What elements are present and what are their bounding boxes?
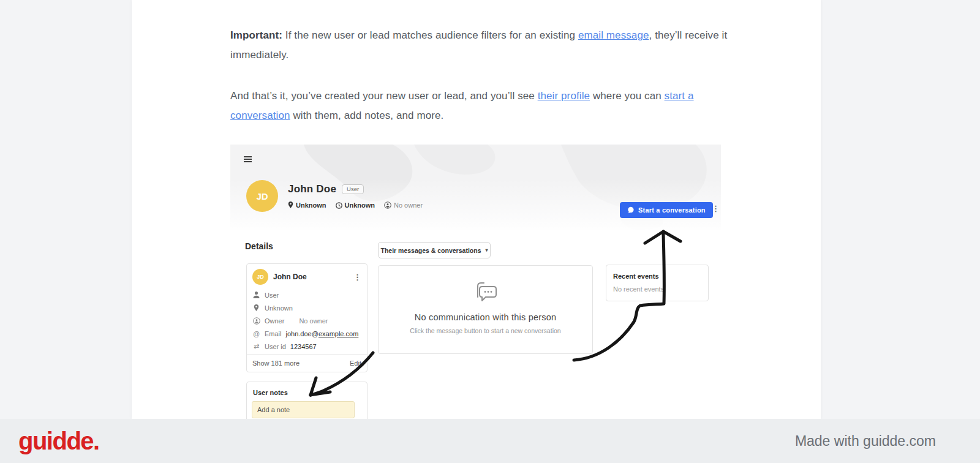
location-pin-icon xyxy=(288,201,293,209)
user-notes-card: User notes xyxy=(246,382,368,419)
no-communication-title: No communication with this person xyxy=(379,312,592,322)
paragraph2-text-b: where you can xyxy=(590,90,665,102)
owner-meta: No owner xyxy=(384,201,423,209)
paragraph2-text-a: And that’s it, you’ve created your new u… xyxy=(230,90,538,102)
show-more-button[interactable]: Show 181 more xyxy=(252,359,300,367)
profile-name-row: John Doe User xyxy=(288,183,364,195)
detail-card-avatar: JD xyxy=(252,269,268,285)
email-value[interactable]: john.doe@example.com xyxy=(286,330,359,337)
footer: guidde. Made with guidde.com xyxy=(0,419,980,463)
owner-icon xyxy=(253,317,260,325)
chat-bubble-icon xyxy=(627,206,635,214)
email-message-link[interactable]: email message xyxy=(578,29,649,41)
avatar-initials: JD xyxy=(256,191,268,201)
guidde-logo[interactable]: guidde. xyxy=(18,427,99,455)
profile-meta-row: Unknown Unknown No owner xyxy=(288,201,423,209)
recent-events-title: Recent events xyxy=(606,265,708,280)
location-value: Unknown xyxy=(265,304,293,312)
user-id-icon: ⇄ xyxy=(252,342,260,350)
empty-conversation-icon xyxy=(472,280,500,304)
profile-screenshot: JD John Doe User Unknown Unknown No owne… xyxy=(230,145,721,419)
clock-icon xyxy=(336,202,342,209)
owner-value: No owner xyxy=(394,201,423,209)
person-icon xyxy=(253,292,260,298)
email-label: Email xyxy=(265,330,282,337)
userid-label: User id xyxy=(265,343,286,350)
important-label: Important: xyxy=(230,29,282,41)
detail-card-footer: Show 181 more Edit xyxy=(247,354,367,372)
detail-row-location: Unknown xyxy=(247,301,367,314)
location-meta: Unknown xyxy=(288,201,326,209)
add-note-input[interactable] xyxy=(252,401,355,418)
no-communication-subtitle: Click the message button to start a new … xyxy=(379,327,592,334)
paragraph1-text-a: If the new user or lead matches audience… xyxy=(282,29,578,41)
owner-value: No owner xyxy=(299,317,328,325)
recent-events-empty: No recent events xyxy=(606,280,708,293)
start-conversation-label: Start a conversation xyxy=(638,206,706,214)
profile-name: John Doe xyxy=(288,183,336,195)
detail-row-owner: Owner No owner xyxy=(247,314,367,327)
owner-label: Owner xyxy=(265,317,284,325)
last-seen-value: Unknown xyxy=(345,201,375,209)
detail-card-name: John Doe xyxy=(273,273,353,281)
edit-button[interactable]: Edit xyxy=(350,359,361,367)
user-notes-title: User notes xyxy=(247,382,367,401)
paragraph-conclusion: And that’s it, you’ve created your new u… xyxy=(230,86,728,126)
detail-row-email: @ Email john.doe@example.com xyxy=(247,327,367,340)
avatar: JD xyxy=(246,180,278,212)
messages-filter-dropdown[interactable]: Their messages & conversations ▾ xyxy=(378,242,491,258)
detail-card-header: JD John Doe ⋮ xyxy=(247,264,367,288)
userid-value: 1234567 xyxy=(290,343,317,350)
paragraph-important: Important: If the new user or lead match… xyxy=(230,26,728,65)
detail-card-more-options-icon[interactable]: ⋮ xyxy=(353,273,361,281)
profile-header: JD John Doe User Unknown Unknown No owne… xyxy=(230,145,721,230)
content-card: Important: If the new user or lead match… xyxy=(132,0,821,419)
conversations-card: No communication with this person Click … xyxy=(378,265,593,354)
at-sign-icon: @ xyxy=(252,330,260,337)
details-heading: Details xyxy=(245,241,273,251)
email-user-part: john.doe@ xyxy=(286,330,318,337)
header-more-options-icon[interactable]: ⋮ xyxy=(712,205,720,213)
location-value: Unknown xyxy=(296,201,326,209)
recent-events-card: Recent events No recent events xyxy=(606,265,709,301)
user-detail-card: JD John Doe ⋮ User Unknown Owner No owne… xyxy=(246,263,368,372)
their-profile-link[interactable]: their profile xyxy=(538,90,590,102)
paragraph2-text-c: with them, add notes, and more. xyxy=(290,110,444,121)
type-value: User xyxy=(265,292,279,299)
detail-row-type: User xyxy=(247,288,367,301)
start-conversation-button[interactable]: Start a conversation xyxy=(620,202,713,218)
last-seen-meta: Unknown xyxy=(336,201,375,209)
location-pin-icon xyxy=(254,304,259,312)
detail-avatar-initials: JD xyxy=(257,274,264,280)
email-domain-part: example.com xyxy=(318,330,358,337)
chevron-down-icon: ▾ xyxy=(485,247,488,253)
made-with-guidde-link[interactable]: Made with guidde.com xyxy=(795,433,936,450)
user-type-badge: User xyxy=(342,184,364,194)
detail-row-userid: ⇄ User id 1234567 xyxy=(247,340,367,353)
owner-icon xyxy=(384,201,391,209)
menu-icon[interactable] xyxy=(244,156,252,164)
messages-filter-label: Their messages & conversations xyxy=(380,247,481,254)
